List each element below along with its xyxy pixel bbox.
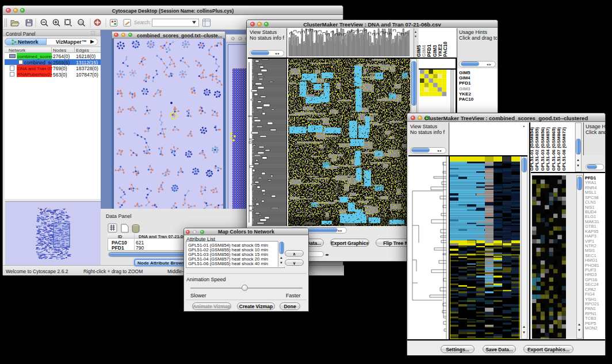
- svg-text:1:1: 1:1: [79, 21, 83, 24]
- svg-text:Search:: Search:: [134, 20, 151, 25]
